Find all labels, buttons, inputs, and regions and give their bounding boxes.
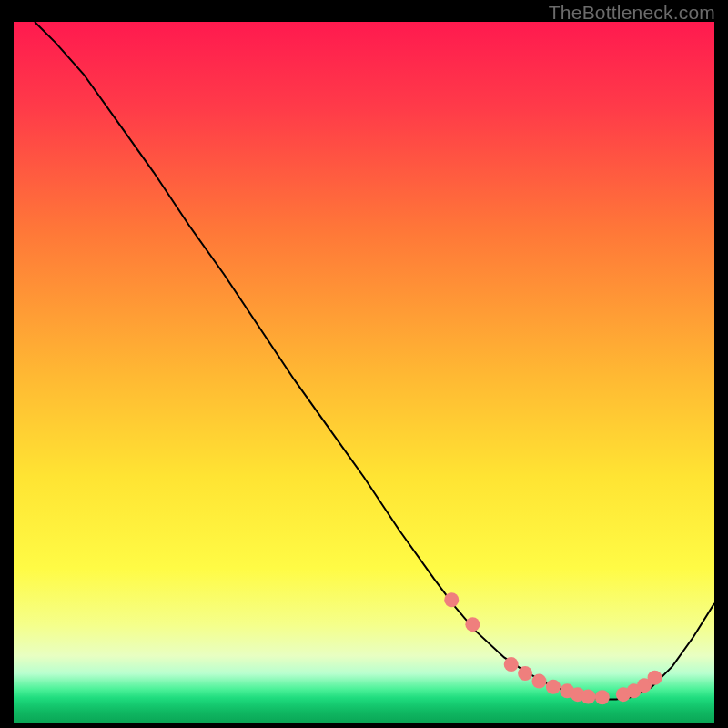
chart-frame	[14, 22, 714, 723]
curve-marker-dot	[532, 674, 547, 689]
gradient-background	[14, 22, 714, 723]
curve-marker-dot	[465, 617, 480, 632]
bottleneck-chart	[14, 22, 714, 723]
curve-marker-dot	[595, 690, 610, 704]
curve-marker-dot	[504, 657, 519, 672]
curve-marker-dot	[581, 690, 595, 704]
curve-marker-dot	[648, 671, 662, 685]
watermark-text: TheBottleneck.com	[549, 2, 715, 24]
curve-marker-dot	[518, 666, 532, 681]
curve-marker-dot	[444, 592, 459, 607]
curve-marker-dot	[546, 680, 561, 694]
